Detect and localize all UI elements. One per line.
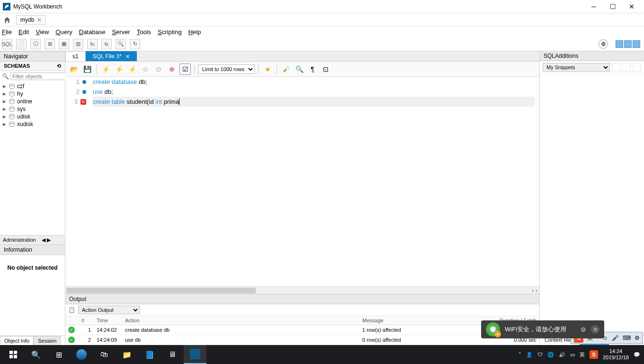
tray-volume-icon[interactable]: 🔊	[559, 352, 565, 358]
sql-editor[interactable]: 1 2 3✕ create database db;use db;create …	[65, 77, 539, 286]
schema-item[interactable]: ▶udisk	[0, 113, 65, 120]
schema-tree[interactable]: ▶czf ▶hy ▶online ▶sys ▶udisk ▶xudisk	[0, 82, 65, 235]
autocommit-icon[interactable]: ☑	[179, 64, 191, 75]
tab-object-info[interactable]: Object Info	[0, 336, 34, 345]
tray-battery-icon[interactable]: ▭	[570, 352, 575, 358]
tray-clock[interactable]: 14:24 2019/12/18	[603, 348, 629, 361]
execute-icon[interactable]: ⚡	[100, 64, 111, 75]
settings-icon[interactable]: ⚙	[599, 39, 608, 49]
commit-icon[interactable]: ⊙	[153, 64, 164, 75]
tray-network-icon[interactable]: 🌐	[547, 352, 554, 358]
sogou-icon[interactable]: S	[590, 350, 598, 359]
menu-query[interactable]: Query	[55, 28, 72, 36]
execute-cursor-icon[interactable]: ⚡	[113, 64, 125, 75]
gear-icon[interactable]: ⚙	[581, 326, 586, 333]
tb-search-icon[interactable]: 🔍	[116, 39, 126, 49]
stop-icon[interactable]: ⊘	[140, 64, 151, 75]
search-button[interactable]: 🔍	[25, 345, 47, 364]
taskbar-app-explorer[interactable]: 📁	[116, 345, 138, 364]
taskbar-app-workbench[interactable]	[184, 345, 206, 364]
menu-help[interactable]: Help	[188, 28, 201, 36]
col-action[interactable]: Action	[122, 316, 359, 325]
rollback-icon[interactable]: ⊗	[166, 64, 178, 75]
pane-toggle[interactable]	[616, 40, 640, 48]
menu-database[interactable]: Database	[79, 28, 106, 36]
schema-item[interactable]: ▶sys	[0, 105, 65, 113]
taskbar-app-monitor[interactable]: 🖥	[161, 345, 184, 364]
menu-server[interactable]: Server	[112, 28, 130, 36]
maximize-button[interactable]: ☐	[603, 0, 622, 13]
tb-new-file-icon[interactable]: 📄	[16, 39, 27, 49]
taskbar-app-browser[interactable]	[70, 345, 93, 364]
tab-nav-arrows[interactable]: ◀ ▶	[39, 236, 54, 245]
open-file-icon[interactable]: 📂	[68, 64, 80, 75]
refresh-icon[interactable]: ⟲	[57, 63, 61, 69]
taskbar-app-notes[interactable]: 📘	[138, 345, 161, 364]
tray-up-icon[interactable]: ˄	[519, 352, 521, 358]
tb-reconnect-icon[interactable]: ↻	[130, 39, 140, 49]
tray-ime-lang[interactable]: 英	[580, 351, 585, 358]
schema-item[interactable]: ▶online	[0, 98, 65, 105]
snip-replace-icon[interactable]	[622, 63, 631, 72]
scrollbar-thumb[interactable]	[66, 288, 256, 293]
menu-view[interactable]: View	[36, 28, 49, 36]
schema-item[interactable]: ▶czf	[0, 82, 65, 90]
output-header: Output	[65, 294, 539, 304]
ime-keyboard-icon[interactable]: ⌨	[623, 335, 631, 341]
tab-administration[interactable]: Administration	[0, 236, 39, 245]
limit-select[interactable]: Limit to 1000 rows	[198, 64, 255, 74]
tb-create-table-icon[interactable]: ▦	[59, 39, 69, 49]
editor-tab-active[interactable]: SQL File 3* ✕	[86, 51, 137, 61]
taskview-button[interactable]: ⊞	[47, 345, 70, 364]
tb-create-proc-icon[interactable]: fn	[87, 39, 98, 49]
svg-rect-6	[9, 351, 13, 354]
output-type-select[interactable]: Action Output	[78, 306, 140, 314]
start-button[interactable]	[2, 345, 25, 364]
col-message[interactable]: Message	[359, 316, 487, 325]
save-file-icon[interactable]: 💾	[81, 64, 93, 75]
close-icon[interactable]: ✕	[591, 325, 599, 334]
wrap-icon[interactable]: ¶	[307, 64, 318, 75]
connection-tab[interactable]: mydb ✕	[16, 15, 46, 25]
favorite-icon[interactable]: ★	[262, 64, 273, 75]
menu-tools[interactable]: Tools	[137, 28, 151, 36]
find-icon[interactable]: 🔍	[294, 64, 305, 75]
ime-mic-icon[interactable]: 🎤	[612, 335, 619, 341]
menu-scripting[interactable]: Scripting	[158, 28, 182, 36]
invisible-icon[interactable]: ⊡	[320, 64, 331, 75]
menu-file[interactable]: File	[2, 28, 12, 36]
snip-save-icon[interactable]	[633, 63, 641, 72]
beautify-icon[interactable]: 🖌	[280, 64, 292, 75]
schema-item[interactable]: ▶hy	[0, 90, 65, 98]
close-button[interactable]: ✕	[622, 0, 641, 13]
tb-create-func-icon[interactable]: fx	[101, 39, 112, 49]
output-row[interactable]: ✓214:24:09use db0 row(s) affected0.000 s…	[65, 335, 539, 345]
menu-edit[interactable]: Edit	[18, 28, 29, 36]
col-time[interactable]: Time	[94, 316, 122, 325]
tb-new-sql-icon[interactable]: SQL	[2, 39, 12, 49]
tb-inspector-icon[interactable]: ⓘ	[30, 39, 41, 49]
connection-bar: mydb ✕	[0, 13, 644, 27]
close-icon[interactable]: ✕	[125, 54, 130, 60]
explain-icon[interactable]: ⚡	[126, 64, 138, 75]
horizontal-scrollbar[interactable]: ‹›	[65, 286, 539, 294]
tb-create-view-icon[interactable]: ▥	[73, 39, 83, 49]
minimize-button[interactable]: ─	[584, 0, 603, 13]
code-area[interactable]: create database db;use db;create table s…	[88, 77, 539, 286]
snippets-select[interactable]: My Snippets	[543, 63, 610, 72]
taskbar-app-store[interactable]: 🛍	[93, 345, 116, 364]
tb-create-schema-icon[interactable]: ⊞	[45, 39, 55, 49]
tray-security-icon[interactable]: 🛡	[537, 352, 543, 357]
snip-insert-icon[interactable]	[612, 63, 620, 72]
tab-session[interactable]: Session	[34, 336, 61, 345]
output-row[interactable]: ✓114:24:02create database db1 row(s) aff…	[65, 325, 539, 335]
editor-tab[interactable]: s1	[65, 51, 86, 61]
tray-people-icon[interactable]: 👤	[526, 352, 533, 358]
ime-settings-icon[interactable]: ⚙	[635, 335, 640, 341]
svg-point-5	[9, 122, 14, 124]
col-num[interactable]: #	[79, 316, 94, 325]
close-icon[interactable]: ✕	[37, 17, 42, 23]
tray-notifications-icon[interactable]: 💬	[634, 352, 640, 358]
schema-item[interactable]: ▶xudisk	[0, 120, 65, 128]
home-icon[interactable]	[2, 15, 12, 25]
